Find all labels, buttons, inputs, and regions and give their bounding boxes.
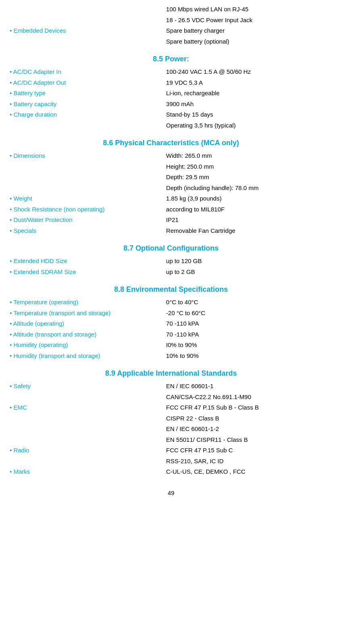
label-cell: • Battery capacity — [8, 99, 165, 110]
value-cell: 10% to 90% — [165, 351, 334, 362]
label-cell — [8, 413, 165, 424]
label-cell — [8, 120, 165, 131]
spacer-row — [8, 131, 334, 133]
table-row: • MarksC-UL-US, CE, DEMKO , FCC — [8, 466, 334, 477]
value-cell: Depth (including handle): 78.0 mm — [165, 183, 334, 194]
label-cell: • Shock Resistance (non operating) — [8, 204, 165, 215]
table-row: • DimensionsWidth: 265.0 mm — [8, 151, 334, 161]
label-cell: • Marks — [8, 466, 165, 477]
value-cell: Depth: 29.5 mm — [165, 172, 334, 183]
label-cell — [8, 435, 165, 445]
table-row: • Extended HDD Sizeup to 120 GB — [8, 256, 334, 267]
label-cell: • Temperature (operating) — [8, 297, 165, 308]
label-cell — [8, 4, 165, 15]
value-cell: 18 - 26.5 VDC Power Input Jack — [165, 15, 334, 26]
label-cell: • Extended HDD Size — [8, 256, 165, 267]
value-cell: 0°C to 40°C — [165, 297, 334, 308]
value-cell: -20 °C to 60°C — [165, 308, 334, 319]
value-cell: FCC CFR 47 P.15 Sub B - Class B — [165, 402, 334, 413]
label-cell — [8, 183, 165, 194]
table-row: • Shock Resistance (non operating)accord… — [8, 204, 334, 215]
table-row: • Battery typeLi-ion, rechargeable — [8, 88, 334, 99]
table-row: • Weight1.85 kg (3,9 pounds) — [8, 193, 334, 204]
label-cell — [8, 172, 165, 183]
table-row: • Extended SDRAM Sizeup to 2 GB — [8, 267, 334, 278]
spec-table-8: • Temperature (operating)0°C to 40°C• Te… — [8, 297, 334, 364]
section-heading-5: 8.7 Optional Configurations — [8, 244, 334, 253]
value-cell: EN / IEC 60601-1-2 — [165, 424, 334, 435]
value-cell: 3900 mAh — [165, 99, 334, 110]
table-row: Spare battery (optional) — [8, 36, 334, 47]
spec-table-0: 100 Mbps wired LAN on RJ-4518 - 26.5 VDC… — [8, 4, 334, 49]
table-row: • RadioFCC CFR 47 P.15 Sub C — [8, 445, 334, 456]
section-heading-1: 8.5 Power: — [8, 55, 334, 63]
label-cell: • Specials — [8, 226, 165, 236]
value-cell: IP21 — [165, 215, 334, 226]
table-row: • AC/DC Adapter Out19 VDC 5.3 A — [8, 77, 334, 88]
table-row: RSS-210, SAR, IC ID — [8, 456, 334, 467]
value-cell: 70 -110 kPA — [165, 329, 334, 340]
value-cell: Stand-by 15 days — [165, 109, 334, 120]
value-cell: up to 2 GB — [165, 267, 334, 278]
label-cell: • Safety — [8, 381, 165, 392]
value-cell: Spare battery (optional) — [165, 36, 334, 47]
value-cell: CISPR 22 - Class B — [165, 413, 334, 424]
value-cell: 19 VDC 5.3 A — [165, 77, 334, 88]
table-row: • SafetyEN / IEC 60601-1 — [8, 381, 334, 392]
table-row: • EMCFCC CFR 47 P.15 Sub B - Class B — [8, 402, 334, 413]
value-cell: CAN/CSA-C22.2 No.691.1-M90 — [165, 392, 334, 403]
table-row: • Embedded DevicesSpare battery charger — [8, 25, 334, 36]
label-cell: • Humidity (transport and storage) — [8, 351, 165, 362]
value-cell: I0% to 90% — [165, 340, 334, 351]
table-row: EN 55011/ CISPR11 - Class B — [8, 435, 334, 445]
spacer-row — [8, 277, 334, 280]
label-cell: • Battery type — [8, 88, 165, 99]
spec-table-4: • DimensionsWidth: 265.0 mmHeight: 250.0… — [8, 151, 334, 238]
value-cell: Operating 3,5 hrs (typical) — [165, 120, 334, 131]
value-cell: Height: 250.0 mm — [165, 161, 334, 172]
value-cell: C-UL-US, CE, DEMKO , FCC — [165, 466, 334, 477]
label-cell: • Humidity (operating) — [8, 340, 165, 351]
section-heading-3: 8.6 Physical Characteristics (MCA only) — [8, 139, 334, 147]
table-row: Depth: 29.5 mm — [8, 172, 334, 183]
value-cell: RSS-210, SAR, IC ID — [165, 456, 334, 467]
spec-table-6: • Extended HDD Sizeup to 120 GB• Extende… — [8, 256, 334, 280]
label-cell — [8, 15, 165, 26]
table-row: • Humidity (transport and storage)10% to… — [8, 351, 334, 362]
value-cell: 70 -110 kPA — [165, 318, 334, 329]
table-row: CAN/CSA-C22.2 No.691.1-M90 — [8, 392, 334, 403]
table-row: Height: 250.0 mm — [8, 161, 334, 172]
table-row: EN / IEC 60601-1-2 — [8, 424, 334, 435]
label-cell: • Temperature (transport and storage) — [8, 308, 165, 319]
spacer-row — [8, 236, 334, 238]
value-cell: 1.85 kg (3,9 pounds) — [165, 193, 334, 204]
label-cell: • Dimensions — [8, 151, 165, 161]
spacer-row — [8, 361, 334, 364]
spacer-row — [8, 47, 334, 49]
table-row: • Temperature (transport and storage)-20… — [8, 308, 334, 319]
table-row: • Humidity (operating) I0% to 90% — [8, 340, 334, 351]
value-cell: up to 120 GB — [165, 256, 334, 267]
label-cell — [8, 456, 165, 467]
label-cell: • EMC — [8, 402, 165, 413]
label-cell: • Charge duration — [8, 109, 165, 120]
label-cell: • Radio — [8, 445, 165, 456]
value-cell: Width: 265.0 mm — [165, 151, 334, 161]
table-row: 18 - 26.5 VDC Power Input Jack — [8, 15, 334, 26]
label-cell — [8, 161, 165, 172]
table-row: 100 Mbps wired LAN on RJ-45 — [8, 4, 334, 15]
value-cell: Li-ion, rechargeable — [165, 88, 334, 99]
table-row: • Charge durationStand-by 15 days — [8, 109, 334, 120]
table-row: • Altitude (transport and storage)70 -11… — [8, 329, 334, 340]
spec-table-2: • AC/DC Adapter In100-240 VAC 1.5 A @ 50… — [8, 67, 334, 133]
label-cell: • Extended SDRAM Size — [8, 267, 165, 278]
label-cell: • Altitude (transport and storage) — [8, 329, 165, 340]
table-row: • Temperature (operating)0°C to 40°C — [8, 297, 334, 308]
value-cell: 100 Mbps wired LAN on RJ-45 — [165, 4, 334, 15]
table-row: • AC/DC Adapter In100-240 VAC 1.5 A @ 50… — [8, 67, 334, 77]
label-cell: • AC/DC Adapter In — [8, 67, 165, 77]
table-row: Depth (including handle): 78.0 mm — [8, 183, 334, 194]
table-row: • SpecialsRemovable Fan Cartridge — [8, 226, 334, 236]
section-heading-7: 8.8 Environmental Specifications — [8, 285, 334, 294]
spec-table-10: • SafetyEN / IEC 60601-1CAN/CSA-C22.2 No… — [8, 381, 334, 477]
